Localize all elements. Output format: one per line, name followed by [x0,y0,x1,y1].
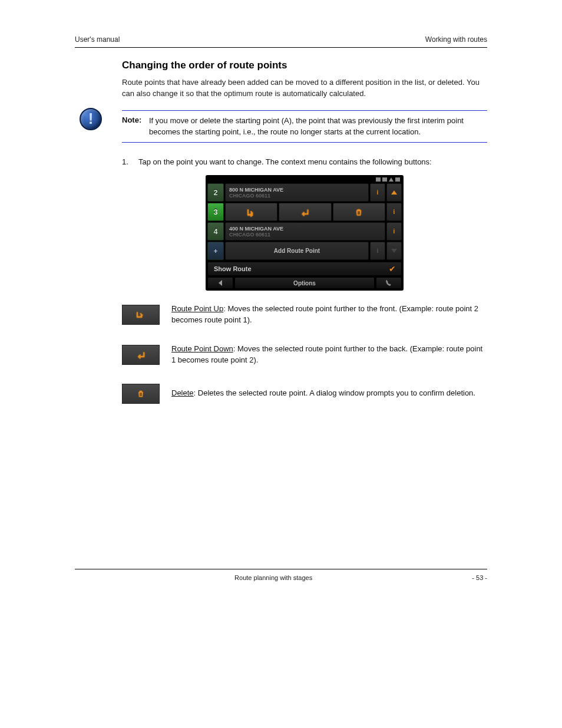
section-title: Changing the order of route points [122,60,487,71]
trash-icon [353,207,364,217]
note-icon: ! [80,108,102,130]
note-block: ! Note: If you move or delete the starti… [122,110,487,143]
legend-desc-delete: Delete: Deletes the selected route point… [171,388,487,399]
footer-center: Route planning with stages [234,574,312,581]
route-point-down-button[interactable] [279,203,331,221]
device-status-bar [207,176,402,183]
route-address[interactable]: 400 N MICHIGAN AVE CHICAGO 60611 [225,222,385,241]
step-text: Tap on the point you want to change. The… [138,157,432,168]
note-rule-top [122,110,487,111]
route-badge[interactable]: 4 [207,222,224,241]
footer-right: - 53 - [472,574,487,581]
route-address[interactable]: 800 N MICHIGAN AVE CHICAGO 60611 [225,183,369,202]
check-icon: ✔ [384,262,401,275]
route-up-icon [246,207,257,217]
legend-row-down: Route Point Down: Moves the selected rou… [122,344,487,366]
legend-icon-up [122,305,160,325]
route-point-up-button[interactable] [225,203,277,221]
route-up-icon [135,310,146,319]
route-row: 4 400 N MICHIGAN AVE CHICAGO 60611 i [207,222,402,241]
footer-rule [75,569,487,569]
options-button[interactable]: Options [234,277,375,289]
scroll-up-button[interactable] [386,183,402,202]
info-button[interactable]: i [386,203,402,221]
phone-button[interactable] [376,277,402,289]
legend-desc-up: Route Point Up: Moves the selected route… [171,304,487,326]
context-menu-bar [225,203,385,221]
legend-icon-delete [122,384,160,404]
legend-icon-down [122,345,160,365]
note-label: Note: [122,116,149,138]
header-left: User's manual [75,35,120,44]
route-row-active: 3 i [207,203,402,221]
info-button[interactable]: i [370,183,385,202]
route-row: 2 800 N MICHIGAN AVE CHICAGO 60611 i [207,183,402,202]
step-number: 1. [122,157,133,168]
intro-paragraph: Route points that have already been adde… [122,77,487,100]
header-right: Working with routes [425,35,487,44]
route-down-icon [300,207,310,217]
note-text: If you move or delete the starting point… [149,116,487,138]
info-button-disabled: i [370,242,385,260]
route-down-icon [135,350,146,360]
legend-desc-down: Route Point Down: Moves the selected rou… [171,344,487,366]
device-route-list: 2 800 N MICHIGAN AVE CHICAGO 60611 i 3 [207,183,402,261]
header-rule [75,47,487,48]
device-bottom-bar: Options [207,277,402,289]
trash-icon [136,388,146,399]
route-badge-active[interactable]: 3 [207,203,224,221]
add-route-badge[interactable]: + [207,242,224,260]
add-route-point-button[interactable]: Add Route Point [225,242,369,260]
page-header: User's manual Working with routes [75,35,487,48]
route-badge[interactable]: 2 [207,183,224,202]
phone-icon [385,279,393,287]
page-footer: Route planning with stages - 53 - [75,569,487,581]
show-route-button[interactable]: Show Route ✔ [207,262,402,276]
device-screenshot: 2 800 N MICHIGAN AVE CHICAGO 60611 i 3 [206,175,404,291]
delete-route-point-button[interactable] [333,203,385,221]
info-button[interactable]: i [386,222,402,241]
scroll-down-button[interactable] [386,242,402,260]
back-button[interactable] [207,277,233,289]
legend-row-up: Route Point Up: Moves the selected route… [122,304,487,326]
step-1: 1. Tap on the point you want to change. … [122,157,487,168]
add-route-point-row: + Add Route Point i [207,242,402,260]
note-rule-bottom [122,142,487,143]
legend-row-delete: Delete: Deletes the selected route point… [122,384,487,404]
